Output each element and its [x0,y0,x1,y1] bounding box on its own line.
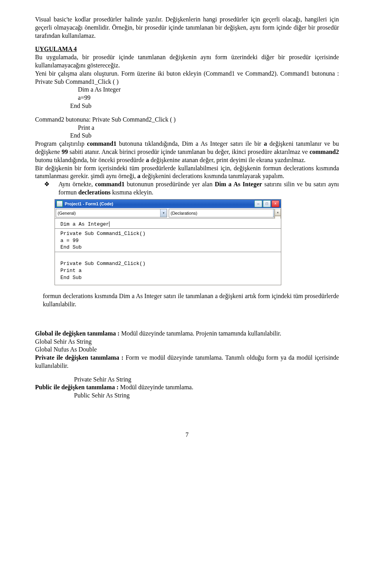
close-button[interactable]: × [272,200,279,207]
maximize-button[interactable]: □ [263,200,271,207]
dropdown-row: (General) ▾ (Declarations) ▾ [55,208,281,219]
window-title: Project1 - Form1 (Code) [65,201,254,206]
code1-line2: a=99 [35,94,339,102]
uygulama-p3: Program çalıştırılıp command1 butonuna t… [35,140,339,164]
global-line2: Global Nufus As Double [35,346,339,354]
public-line: Public Sehir As String [35,392,339,400]
code-l1: Dim a As Integer [60,221,109,227]
page-number: 7 [35,431,339,439]
object-dropdown-value: (General) [58,211,76,215]
private-line: Private Sehir As String [35,376,339,384]
vb-code-window-screenshot: Project1 - Form1 (Code) – □ × (General) … [35,199,339,285]
public-para: Public ile değişken tanımlama : Modül dü… [35,383,339,392]
code1-line3: End Sub [35,102,339,110]
code-l2: Private Sub Command1_Click() [60,231,145,237]
code-l4: End Sub [60,244,82,250]
procedure-dropdown-value: (Declarations) [171,211,197,215]
code-l7: End Sub [60,275,82,281]
uygulama-p4: Bir değişkenin bir form içerisindeki tüm… [35,164,339,181]
object-dropdown[interactable]: (General) ▾ [56,209,167,217]
procedure-dropdown[interactable]: (Declarations) ▾ [169,209,280,217]
global-para: Global ile değişken tanımlama : Modül dü… [35,330,339,338]
diamond-icon: ❖ [35,180,58,197]
titlebar[interactable]: Project1 - Form1 (Code) – □ × [55,200,281,208]
minimize-button[interactable]: – [254,200,262,207]
text-caret [109,221,109,227]
bullet-diamond-row: ❖ Aynı örnekte, command1 butonunun prose… [35,180,339,197]
intro-paragraph: Visual basic'te kodlar prosedürler halin… [35,16,339,40]
scroll-up-icon[interactable]: ▴ [275,209,281,216]
chevron-down-icon: ▾ [160,209,167,217]
cmd2-head: Command2 butonuna: Private Sub Command2_… [35,116,339,124]
code-area[interactable]: Dim a As Integer Private Sub Command1_Cl… [55,219,281,285]
page: Visual basic'te kodlar prosedürler halin… [0,0,374,455]
uygulama-p1: Bu uygulamada, bir prosedür içinde tanım… [35,53,339,70]
uygulama-p2: Yeni bir çalışma alanı oluşturun. Form ü… [35,70,339,86]
form-icon [56,201,63,207]
code1-line1: Dim a As Integer [35,86,339,94]
bullet-text: Aynı örnekte, command1 butonunun prosedü… [58,180,339,197]
uygulama-p5: formun declerations kısmında Dim a As In… [35,292,339,309]
private-para: Private ile değişken tanımlama : Form ve… [35,354,339,370]
uygulama-heading: UYGULAMA 4 [35,45,339,53]
code-l5: Private Sub Command2_Click() [60,261,145,267]
code-l6: Print a [60,268,82,274]
global-line1: Global Sehir As String [35,338,339,346]
code-l3: a = 99 [60,238,79,244]
vb-window: Project1 - Form1 (Code) – □ × (General) … [55,199,281,285]
code2-line1: Print a [35,124,339,132]
code2-line2: End Sub [35,132,339,140]
